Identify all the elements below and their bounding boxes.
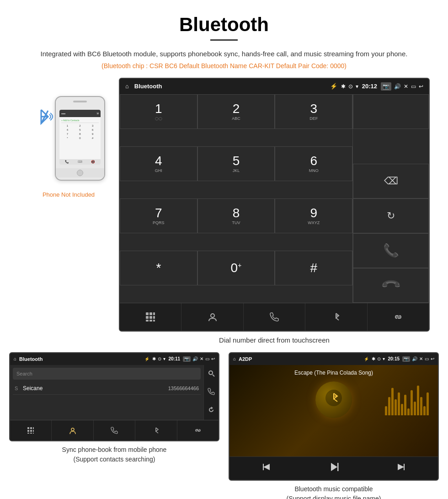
dialer-call-green-btn[interactable]: 📞 <box>353 233 429 268</box>
car-dialer-screen: ⌂ Bluetooth ⚡ ✱ ⊙ ▾ 20:12 📷 🔊 ✕ ▭ ↩ 1 <box>119 78 430 332</box>
music-bt-icon: ✱ <box>372 356 375 361</box>
dial-key-4[interactable]: 4 GHI <box>120 146 197 181</box>
main-section: ●●● M + Add to Contacts 123 456 789 *0# <box>0 78 448 332</box>
music-play-pause-btn[interactable] <box>327 461 340 476</box>
bottom-screens: ⌂ Bluetooth ⚡ ✱ ⊙ ▾ 20:11 📷 🔊 ✕ ▭ ↩ <box>0 352 448 499</box>
bt-status-icon: ✱ <box>341 83 346 90</box>
pb-phone-icon[interactable] <box>94 420 135 440</box>
bluetooth-float-icon <box>32 105 55 134</box>
music-screen: ⌂ A2DP ⚡ ✱ ⊙ ▾ 20:15 📷 🔊 ✕ ▭ ↩ <box>229 352 439 481</box>
phonebook-search-bar[interactable]: Search <box>13 368 201 380</box>
page-subtitle: Integrated with BC6 Bluetooth module, su… <box>0 49 448 59</box>
music-title-bar: A2DP <box>239 356 361 362</box>
svg-rect-3 <box>146 316 149 319</box>
svg-rect-16 <box>30 430 32 432</box>
window-icon: ▭ <box>411 83 416 90</box>
pb-loc-icon: ⊙ <box>158 356 161 361</box>
dial-key-3[interactable]: 3 DEF <box>275 94 352 129</box>
music-vol-icon: 🔊 <box>412 356 417 362</box>
dial-key-0[interactable]: 0+ <box>197 251 275 285</box>
volume-icon: 🔊 <box>394 83 401 90</box>
music-controls-bar <box>229 456 438 480</box>
phonebook-list-area: Search S Seicane 13566664466 <box>10 365 203 420</box>
music-screen-block: ⌂ A2DP ⚡ ✱ ⊙ ▾ 20:15 📷 🔊 ✕ ▭ ↩ <box>229 352 439 499</box>
phonebook-statusbar: ⌂ Bluetooth ⚡ ✱ ⊙ ▾ 20:11 📷 🔊 ✕ ▭ ↩ <box>10 353 219 365</box>
dialer-call-red-btn[interactable]: 📞 <box>353 268 429 303</box>
music-usb-icon: ⚡ <box>364 357 369 361</box>
statusbar-right-icons: 📷 🔊 ✕ ▭ ↩ <box>381 82 423 91</box>
music-caption-text: Bluetooth music compatible(Support displ… <box>287 485 381 499</box>
music-next-btn[interactable] <box>395 461 406 475</box>
page-title: Bluetooth <box>0 14 448 36</box>
svg-rect-1 <box>149 312 152 315</box>
car-statusbar: ⌂ Bluetooth ⚡ ✱ ⊙ ▾ 20:12 📷 🔊 ✕ ▭ ↩ <box>120 79 429 94</box>
svg-rect-24 <box>263 464 264 470</box>
pb-side-reload-icon[interactable] <box>204 402 219 420</box>
phonebook-screen: ⌂ Bluetooth ⚡ ✱ ⊙ ▾ 20:11 📷 🔊 ✕ ▭ ↩ <box>9 352 219 441</box>
svg-marker-27 <box>398 464 404 470</box>
dialer-reload-btn[interactable]: ↻ <box>353 199 429 233</box>
phonebook-screen-block: ⌂ Bluetooth ⚡ ✱ ⊙ ▾ 20:11 📷 🔊 ✕ ▭ ↩ <box>9 352 219 499</box>
pb-status-icons: ✱ ⊙ ▾ <box>152 356 165 361</box>
dial-key-5[interactable]: 5 JKL <box>197 146 275 181</box>
music-prev-btn[interactable] <box>261 461 272 475</box>
dial-key-star[interactable]: * <box>120 251 197 285</box>
music-statusbar: ⌂ A2DP ⚡ ✱ ⊙ ▾ 20:15 📷 🔊 ✕ ▭ ↩ <box>229 353 438 365</box>
phone-not-included-label: Phone Not Included <box>43 191 95 198</box>
dial-key-7[interactable]: 7 PQRS <box>120 199 197 233</box>
svg-rect-20 <box>33 433 34 434</box>
pb-back-icon: ↩ <box>211 356 215 362</box>
svg-rect-0 <box>146 312 149 315</box>
svg-line-11 <box>213 375 214 376</box>
dial-key-9[interactable]: 9 WXYZ <box>275 199 352 233</box>
pb-cam-icon: 📷 <box>183 356 191 362</box>
pb-bt-icon: ✱ <box>152 356 156 361</box>
location-icon: ⊙ <box>348 83 353 90</box>
dial-key-8[interactable]: 8 TUV <box>197 199 275 233</box>
dialer-backspace-btn[interactable]: ⌫ <box>353 164 429 199</box>
svg-rect-6 <box>146 320 149 322</box>
contact-letter: S <box>15 386 23 391</box>
svg-rect-17 <box>33 430 34 432</box>
svg-point-21 <box>71 428 74 431</box>
pb-right-icons: 📷 🔊 ✕ ▭ ↩ <box>183 356 215 362</box>
music-cam-icon: 📷 <box>402 356 410 362</box>
pb-title: Bluetooth <box>19 356 142 362</box>
dial-key-2[interactable]: 2 ABC <box>197 94 275 129</box>
bottom-phone-icon[interactable] <box>244 303 305 331</box>
dial-key-1[interactable]: 1 ◌◌ <box>120 94 197 129</box>
svg-rect-19 <box>30 433 32 434</box>
bottom-link-icon[interactable] <box>368 303 429 331</box>
pb-bt-icon[interactable] <box>135 420 177 440</box>
music-home-icon: ⌂ <box>233 356 236 361</box>
svg-rect-5 <box>153 316 155 319</box>
pb-side-phone-icon[interactable] <box>204 383 219 402</box>
pb-home-icon: ⌂ <box>14 356 16 361</box>
music-loc-icon: ⊙ <box>377 356 381 361</box>
pb-link-icon[interactable] <box>177 420 219 440</box>
dial-key-6[interactable]: 6 MNO <box>275 146 352 181</box>
title-underline <box>210 39 238 41</box>
bottom-bluetooth-icon[interactable] <box>305 303 367 331</box>
svg-point-9 <box>211 314 214 317</box>
svg-rect-4 <box>149 316 152 319</box>
pb-contacts-icon[interactable] <box>52 420 93 440</box>
svg-rect-15 <box>27 430 29 432</box>
bottom-contacts-icon[interactable] <box>181 303 243 331</box>
music-album-art <box>315 381 352 418</box>
statusbar-usb-icon: ⚡ <box>330 83 337 90</box>
phonebook-body: Search S Seicane 13566664466 <box>10 365 219 420</box>
phonebook-contact-row[interactable]: S Seicane 13566664466 <box>13 382 201 395</box>
dialer-side-panel: ⌫ ↻ 📞 📞 <box>353 94 429 303</box>
pb-time: 20:11 <box>168 356 180 361</box>
svg-rect-14 <box>33 427 34 429</box>
svg-rect-13 <box>30 427 32 429</box>
music-content-area: Escape (The Pina Colada Song) <box>229 365 438 456</box>
pb-side-search-icon[interactable] <box>204 365 219 383</box>
pb-apps-icon[interactable] <box>10 420 52 440</box>
dial-key-hash[interactable]: # <box>275 251 352 285</box>
svg-rect-12 <box>27 427 29 429</box>
bottom-apps-icon[interactable] <box>120 303 181 331</box>
svg-rect-2 <box>153 312 155 315</box>
music-back-icon: ↩ <box>431 356 434 362</box>
